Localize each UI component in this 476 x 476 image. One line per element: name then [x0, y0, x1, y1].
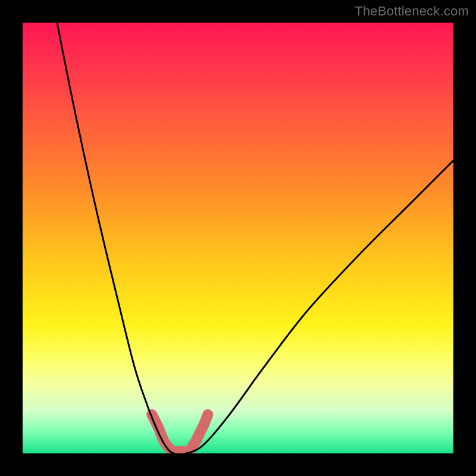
chart-frame: TheBottleneck.com — [0, 0, 476, 476]
curve-layer — [23, 23, 453, 453]
highlight-band-path — [152, 415, 208, 452]
plot-area — [23, 23, 453, 453]
bottleneck-curve-path — [57, 23, 453, 453]
watermark-text: TheBottleneck.com — [355, 4, 469, 19]
